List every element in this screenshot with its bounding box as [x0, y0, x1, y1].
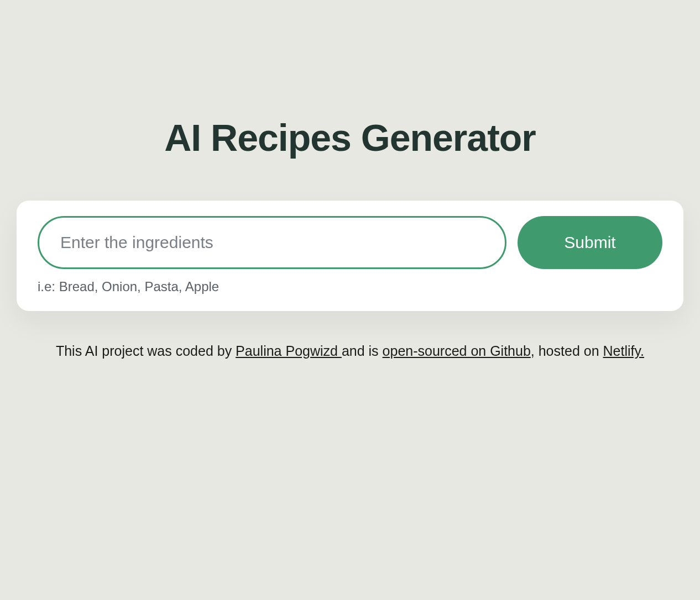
- author-link[interactable]: Paulina Pogwizd: [236, 343, 342, 359]
- page-title: AI Recipes Generator: [17, 116, 683, 159]
- github-link[interactable]: open-sourced on Github: [383, 343, 531, 359]
- form-row: Submit: [38, 216, 662, 269]
- hint-text: i.e: Bread, Onion, Pasta, Apple: [38, 279, 662, 294]
- footer: This AI project was coded by Paulina Pog…: [17, 343, 683, 359]
- ingredients-input[interactable]: [38, 216, 506, 269]
- footer-text-prefix: This AI project was coded by: [56, 343, 236, 359]
- search-card: Submit i.e: Bread, Onion, Pasta, Apple: [17, 201, 683, 311]
- footer-text-mid2: , hosted on: [531, 343, 603, 359]
- submit-button[interactable]: Submit: [518, 216, 662, 269]
- host-link[interactable]: Netlify.: [603, 343, 644, 359]
- footer-text-mid1: and is: [342, 343, 383, 359]
